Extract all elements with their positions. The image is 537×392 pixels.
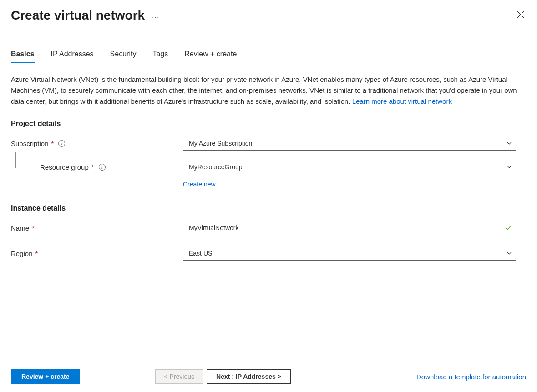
instance-details-section: Instance details Name * MyVirtualNetwork… (11, 204, 526, 261)
checkmark-icon (505, 225, 512, 231)
required-asterisk: * (32, 224, 35, 232)
project-details-section: Project details Subscription * i My Azur… (11, 120, 526, 188)
subscription-value: My Azure Subscription (189, 140, 252, 147)
resource-group-label: Resource group (40, 163, 89, 171)
create-new-link[interactable]: Create new (183, 181, 216, 188)
resource-group-select[interactable]: MyResourceGroup (183, 160, 516, 174)
instance-details-title: Instance details (11, 204, 526, 212)
learn-more-link[interactable]: Learn more about virtual network (352, 97, 452, 105)
info-icon[interactable]: i (99, 164, 106, 171)
tab-ip-addresses[interactable]: IP Addresses (51, 50, 94, 63)
subscription-select[interactable]: My Azure Subscription (183, 136, 516, 151)
chevron-down-icon (507, 164, 512, 170)
header-row: Create virtual network ... (11, 8, 526, 23)
name-input[interactable]: MyVirtualNetwork (183, 221, 516, 235)
info-icon[interactable]: i (58, 140, 65, 147)
required-asterisk: * (51, 140, 54, 147)
name-value: MyVirtualNetwork (189, 224, 238, 231)
required-asterisk: * (91, 163, 94, 171)
region-row: Region * East US (11, 246, 526, 261)
tab-review-create[interactable]: Review + create (184, 50, 237, 63)
close-icon[interactable] (515, 9, 526, 22)
resource-group-row: Resource group * i MyResourceGroup (11, 160, 526, 174)
project-details-title: Project details (11, 120, 526, 128)
more-menu-icon[interactable]: ... (152, 11, 159, 20)
name-row: Name * MyVirtualNetwork (11, 221, 526, 235)
chevron-down-icon (507, 141, 512, 146)
name-label: Name (11, 224, 29, 232)
description: Azure Virtual Network (VNet) is the fund… (11, 74, 521, 107)
region-label: Region (11, 250, 33, 257)
page-title: Create virtual network (11, 8, 145, 23)
tab-tags[interactable]: Tags (152, 50, 168, 63)
required-asterisk: * (35, 250, 38, 257)
resource-group-value: MyResourceGroup (189, 163, 243, 171)
tab-basics[interactable]: Basics (11, 50, 35, 63)
region-select[interactable]: East US (183, 246, 516, 261)
subscription-row: Subscription * i My Azure Subscription (11, 136, 526, 151)
tab-security[interactable]: Security (110, 50, 137, 63)
chevron-down-icon (507, 251, 512, 256)
region-value: East US (189, 250, 212, 257)
subscription-label: Subscription (11, 140, 49, 147)
tabs: Basics IP Addresses Security Tags Review… (11, 50, 526, 63)
